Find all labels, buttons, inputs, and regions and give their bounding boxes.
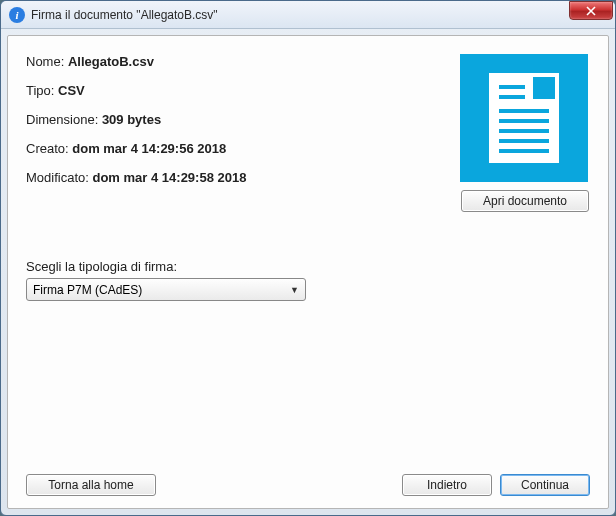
modified-value: dom mar 4 14:29:58 2018 [92,170,246,185]
open-document-button[interactable]: Apri documento [461,190,589,212]
signature-type-selected: Firma P7M (CAdES) [33,283,142,297]
modified-label: Modificato: [26,170,92,185]
svg-rect-16 [499,129,549,133]
name-label: Nome: [26,54,68,69]
close-icon [586,6,596,16]
svg-rect-18 [499,149,549,153]
svg-rect-11 [533,77,555,99]
titlebar: i Firma il documento "AllegatoB.csv" [1,1,615,29]
type-value: CSV [58,83,85,98]
svg-rect-13 [499,95,525,99]
svg-rect-17 [499,139,549,143]
footer: Torna alla home Indietro Continua [26,474,590,496]
svg-rect-14 [499,109,549,113]
name-value: AllegatoB.csv [68,54,154,69]
chevron-down-icon: ▼ [290,285,299,295]
created-label: Creato: [26,141,72,156]
size-value: 309 bytes [102,112,161,127]
signature-type-select[interactable]: Firma P7M (CAdES) ▼ [26,278,306,301]
window-title: Firma il documento "AllegatoB.csv" [31,8,569,22]
document-preview: Apri documento [460,54,590,212]
type-label: Tipo: [26,83,58,98]
continue-button[interactable]: Continua [500,474,590,496]
svg-rect-12 [499,85,525,89]
content-panel: Apri documento Nome: AllegatoB.csv Tipo:… [7,35,609,509]
size-label: Dimensione: [26,112,102,127]
dialog-window: i Firma il documento "AllegatoB.csv" [0,0,616,516]
back-button[interactable]: Indietro [402,474,492,496]
created-value: dom mar 4 14:29:56 2018 [72,141,226,156]
info-icon: i [9,7,25,23]
svg-rect-15 [499,119,549,123]
document-icon [460,54,588,182]
close-button[interactable] [569,1,613,20]
home-button[interactable]: Torna alla home [26,474,156,496]
signature-type-label: Scegli la tipologia di firma: [26,259,590,274]
